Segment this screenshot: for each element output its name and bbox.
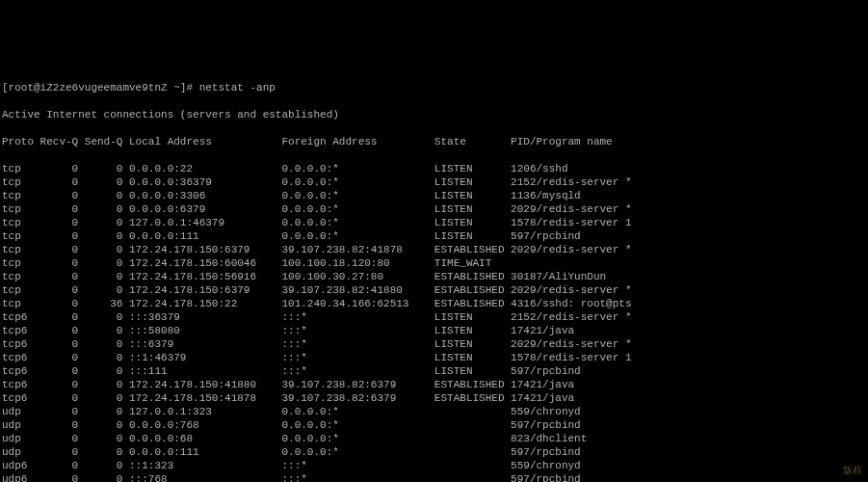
inet-table-body: tcp 0 0 0.0.0.0:22 0.0.0.0:* LISTEN 1206… [2, 162, 866, 482]
inet-row: tcp6 0 0 :::36379 :::* LISTEN 2152/redis… [2, 310, 866, 324]
inet-row: tcp 0 0 172.24.178.150:60046 100.100.18.… [2, 256, 866, 270]
inet-header: Active Internet connections (servers and… [2, 108, 866, 121]
inet-row: tcp6 0 0 :::58080 :::* LISTEN 17421/java [2, 324, 866, 337]
inet-row: tcp 0 0 172.24.178.150:6379 39.107.238.8… [2, 243, 866, 256]
inet-row: tcp6 0 0 172.24.178.150:41878 39.107.238… [2, 391, 866, 405]
inet-row: udp 0 0 127.0.0.1:323 0.0.0.0:* 559/chro… [2, 405, 866, 418]
inet-row: tcp 0 0 0.0.0.0:22 0.0.0.0:* LISTEN 1206… [2, 162, 866, 175]
inet-row: tcp 0 36 172.24.178.150:22 101.240.34.16… [2, 297, 866, 310]
inet-row: tcp6 0 0 172.24.178.150:41880 39.107.238… [2, 378, 866, 391]
inet-row: tcp6 0 0 :::6379 :::* LISTEN 2029/redis-… [2, 337, 866, 351]
inet-row: udp 0 0 0.0.0.0:68 0.0.0.0:* 823/dhclien… [2, 432, 866, 445]
inet-columns: Proto Recv-Q Send-Q Local Address Foreig… [2, 135, 866, 148]
inet-row: udp 0 0 0.0.0.0:111 0.0.0.0:* 597/rpcbin… [2, 445, 866, 459]
prompt-line: [root@iZ2ze6vugeemamve9tnZ ~]# netstat -… [2, 81, 866, 94]
inet-row: tcp 0 0 0.0.0.0:6379 0.0.0.0:* LISTEN 20… [2, 202, 866, 216]
inet-row: tcp6 0 0 ::1:46379 :::* LISTEN 1578/redi… [2, 351, 866, 364]
inet-row: tcp 0 0 0.0.0.0:36379 0.0.0.0:* LISTEN 2… [2, 175, 866, 189]
inet-row: tcp 0 0 172.24.178.150:6379 39.107.238.8… [2, 283, 866, 297]
inet-row: udp6 0 0 ::1:323 :::* 559/chronyd [2, 459, 866, 472]
prompt: [root@iZ2ze6vugeemamve9tnZ ~]# [2, 82, 193, 94]
terminal-output[interactable]: [root@iZ2ze6vugeemamve9tnZ ~]# netstat -… [0, 67, 868, 482]
inet-row: udp6 0 0 :::768 :::* 597/rpcbind [2, 472, 866, 482]
command: netstat -anp [199, 82, 276, 94]
inet-row: tcp 0 0 0.0.0.0:3306 0.0.0.0:* LISTEN 11… [2, 189, 866, 202]
inet-row: tcp 0 0 127.0.0.1:46379 0.0.0.0:* LISTEN… [2, 216, 866, 229]
inet-row: udp 0 0 0.0.0.0:768 0.0.0.0:* 597/rpcbin… [2, 418, 866, 432]
inet-row: tcp 0 0 0.0.0.0:111 0.0.0.0:* LISTEN 597… [2, 229, 866, 243]
inet-row: tcp6 0 0 :::111 :::* LISTEN 597/rpcbind [2, 364, 866, 378]
inet-row: tcp 0 0 172.24.178.150:56916 100.100.30.… [2, 270, 866, 283]
